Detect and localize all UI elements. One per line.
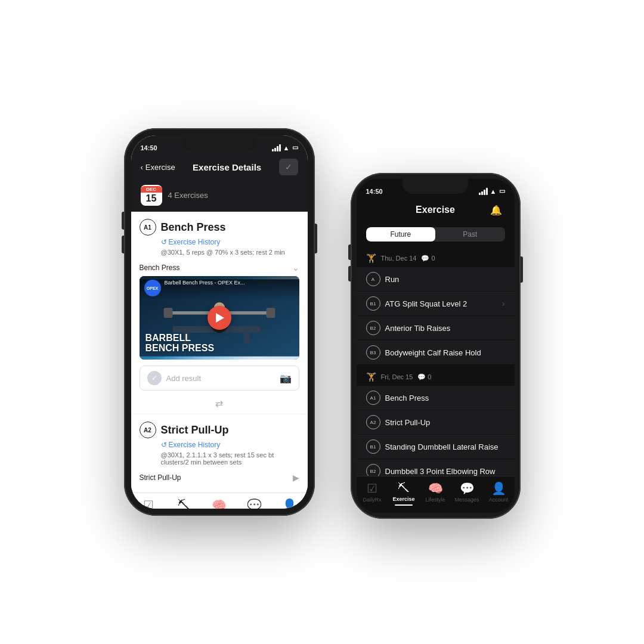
exercise-card-1: A1 Bench Press ↺ Exercise History @30X1,… <box>131 212 308 414</box>
add-result-left: ✓ Add result <box>147 371 202 385</box>
exercise-row[interactable]: A1 Bench Press <box>357 386 515 410</box>
svg-rect-3 <box>244 333 249 343</box>
exercise-icon: ⛏ <box>178 498 190 509</box>
svg-rect-8 <box>266 308 275 318</box>
ex-name-row: Dumbbell 3 Point Elbowing Row <box>385 467 496 476</box>
exercise-1-history-link[interactable]: ↺ Exercise History <box>161 238 299 246</box>
exercise-1-header: A1 Bench Press ↺ Exercise History @30X1,… <box>131 212 308 263</box>
comment-count-fri: 💬 0 <box>417 373 431 381</box>
nav-bar: ‹ Exercise Exercise Details ✓ <box>131 154 308 180</box>
exercise-row-left: B1 ATG Split Squat Level 2 <box>366 296 467 311</box>
nav-item-dailyrx[interactable]: ☑ DailyRx <box>131 498 166 509</box>
check-button[interactable]: ✓ <box>279 159 298 175</box>
lifestyle-icon: 🧠 <box>212 498 227 509</box>
exercise-2-history-link[interactable]: ↺ Exercise History <box>161 441 299 449</box>
small-messages-icon: 💬 <box>460 481 475 496</box>
dumbbell-icon-fri: 🏋 <box>366 372 376 382</box>
exercise-2-badge: A2 <box>140 422 156 438</box>
large-phone-screen: 14:50 ▲ ▭ ‹ Exercise <box>131 135 308 509</box>
small-phone-screen: 14:50 ▲ ▭ Exercise <box>357 179 515 513</box>
opex-logo: OPEX <box>144 280 161 296</box>
chevron-right-icon: › <box>502 299 505 308</box>
day-header-thu: 🏋 Thu, Dec 14 💬 0 <box>357 251 515 267</box>
video-chevron-icon: ⌄ <box>292 263 299 273</box>
exercise-row[interactable]: B2 Dumbbell 3 Point Elbowing Row <box>357 459 515 476</box>
exercise-row[interactable]: B1 ATG Split Squat Level 2 › <box>357 292 515 315</box>
svg-rect-7 <box>163 308 172 318</box>
signal-icon <box>272 144 281 151</box>
small-nav-item-exercise[interactable]: ⛏ Exercise <box>388 481 420 506</box>
nav-item-lifestyle[interactable]: 🧠 Lifestyle <box>202 498 237 509</box>
back-button[interactable]: ‹ Exercise <box>141 163 175 172</box>
power-button[interactable] <box>315 224 317 253</box>
exercise-row[interactable]: B1 Standing Dumbbell Lateral Raise <box>357 435 515 459</box>
nav-item-messages[interactable]: 💬 Messages <box>237 498 272 509</box>
back-label: Exercise <box>145 163 175 172</box>
exercise-1-history-text: Exercise History <box>169 238 221 246</box>
add-result-bar[interactable]: ✓ Add result 📷 <box>140 366 299 391</box>
small-bottom-nav: ☑ DailyRx ⛏ Exercise 🧠 Lifestyle 💬 <box>357 476 515 513</box>
volume-down-button[interactable] <box>122 236 124 253</box>
history-refresh-icon-2: ↺ <box>161 441 167 449</box>
check-icon: ✓ <box>285 162 292 172</box>
play-button[interactable] <box>208 306 231 330</box>
small-messages-label: Messages <box>454 497 479 503</box>
nav-item-exercise[interactable]: ⛏ Exercise <box>166 498 202 509</box>
exercise-row[interactable]: B3 Bodyweight Calf Raise Hold <box>357 340 515 364</box>
battery-icon: ▭ <box>292 144 298 151</box>
exercise-1-video-section: Bench Press ⌄ <box>131 263 308 366</box>
exercise-row-left: B2 Dumbbell 3 Point Elbowing Row <box>366 464 496 476</box>
ex-badge-b1-fri: B1 <box>366 439 380 454</box>
exercises-scroll[interactable]: A1 Bench Press ↺ Exercise History @30X1,… <box>131 212 308 493</box>
small-nav-item-messages[interactable]: 💬 Messages <box>451 481 483 506</box>
small-volume-up-button[interactable] <box>348 244 351 260</box>
small-power-button[interactable] <box>521 256 523 283</box>
exercise-row[interactable]: B2 Anterior Tib Raises <box>357 316 515 340</box>
exercise-row[interactable]: A Run <box>357 267 515 291</box>
small-battery-icon: ▭ <box>499 187 505 195</box>
play-triangle-icon <box>216 313 224 323</box>
video-bg-line1: BARBELL <box>145 333 215 343</box>
exercise-2-desc: @30X1, 2.1.1.1 x 3 sets; rest 15 sec bt … <box>161 451 299 466</box>
ex-badge-a1: A1 <box>366 391 380 405</box>
exercise-list[interactable]: 🏋 Thu, Dec 14 💬 0 A Run B <box>357 247 515 476</box>
ex-badge-b3: B3 <box>366 345 380 360</box>
date-badge: Dec 15 <box>141 185 162 206</box>
exercise-2-history-text: Exercise History <box>169 441 221 449</box>
ex-name-atg: ATG Split Squat Level 2 <box>385 299 467 308</box>
small-nav-item-account[interactable]: 👤 Account <box>483 481 515 506</box>
segment-future[interactable]: Future <box>366 227 436 242</box>
exercise-2-header: A2 Strict Pull-Up ↺ Exercise History @30… <box>131 414 308 473</box>
exercises-count: 4 Exercises <box>168 191 208 200</box>
exercise-row[interactable]: A2 Strict Pull-Up <box>357 410 515 434</box>
small-exercise-icon: ⛏ <box>398 481 410 495</box>
notch <box>184 135 255 152</box>
video-2-play-icon: ▶ <box>293 473 299 482</box>
small-exercise-label: Exercise <box>392 496 414 502</box>
day-section-fri: 🏋 Fri, Dec 15 💬 0 A1 Bench Press <box>357 366 515 476</box>
exercise-row-left: B3 Bodyweight Calf Raise Hold <box>366 345 481 360</box>
volume-up-button[interactable] <box>122 212 124 230</box>
video-label: Bench Press <box>140 264 180 272</box>
video-title: Barbell Bench Press - OPEX Ex... <box>165 280 245 287</box>
dumbbell-icon-thu: 🏋 <box>366 253 376 263</box>
wifi-icon: ▲ <box>283 144 290 151</box>
nav-item-account[interactable]: 👤 Account <box>272 498 307 509</box>
check-circle-icon: ✓ <box>147 371 162 385</box>
video-2-label-row: Strict Pull-Up ▶ <box>140 473 299 482</box>
sync-icon-row: ⇄ <box>131 395 308 414</box>
small-nav-item-lifestyle[interactable]: 🧠 Lifestyle <box>420 481 451 506</box>
segment-past[interactable]: Past <box>435 227 505 242</box>
video-label-row: Bench Press ⌄ <box>140 263 299 273</box>
day-label-fri: Fri, Dec 15 <box>381 373 413 380</box>
ex-name-bench: Bench Press <box>385 394 429 402</box>
bell-button[interactable]: 🔔 <box>487 201 505 219</box>
history-refresh-icon: ↺ <box>161 238 167 246</box>
small-account-label: Account <box>489 497 509 503</box>
exercise-1-label-row: A1 Bench Press <box>140 219 299 236</box>
back-chevron-icon: ‹ <box>141 163 143 172</box>
small-volume-down-button[interactable] <box>348 266 351 281</box>
small-nav-item-dailyrx[interactable]: ☑ DailyRx <box>357 481 388 506</box>
phone-large: 14:50 ▲ ▭ ‹ Exercise <box>124 128 315 516</box>
video-thumbnail[interactable]: OPEX Barbell Bench Press - OPEX Ex... BA… <box>140 276 299 360</box>
